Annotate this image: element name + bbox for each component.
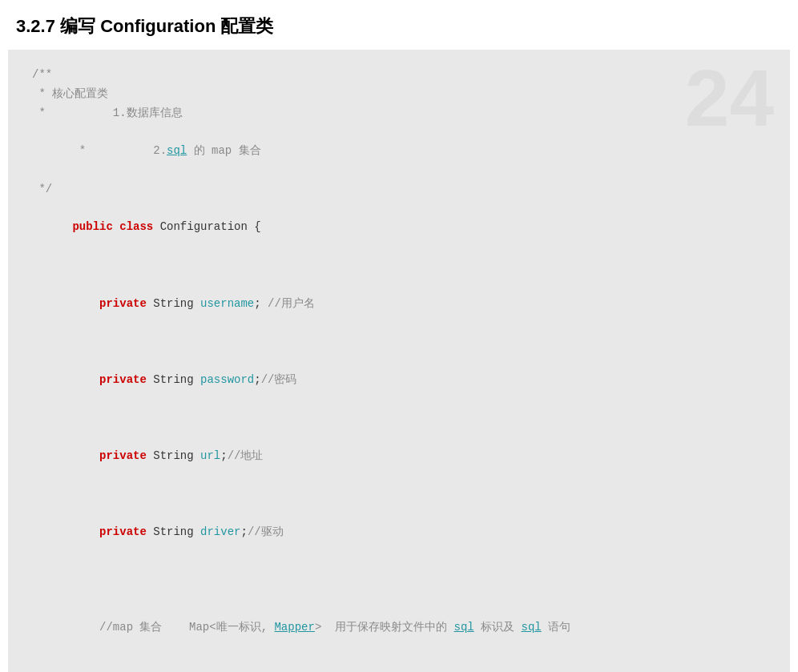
code-line: /** xyxy=(32,66,766,85)
code-line-field-url: private String url;//地址 xyxy=(32,428,766,485)
code-line xyxy=(32,581,766,600)
code-line: * 1.数据库信息 xyxy=(32,104,766,123)
code-line xyxy=(32,332,766,352)
code-line-field-password: private String password;//密码 xyxy=(32,352,766,408)
code-line xyxy=(32,408,766,428)
code-line-field-username: private String username; //用户名 xyxy=(32,276,766,332)
code-line: * 2.sql 的 map 集合 xyxy=(32,123,766,179)
code-line-map-field: private Map<String,Mapper> mappers; xyxy=(32,657,766,672)
code-line xyxy=(32,256,766,276)
code-block: 24 /** * 核心配置类 * 1.数据库信息 * 2.sql 的 map 集… xyxy=(8,50,790,672)
code-line xyxy=(32,485,766,505)
page-container: 3.2.7 编写 Configuration 配置类 24 /** * 核心配置… xyxy=(0,0,798,672)
code-line: * 核心配置类 xyxy=(32,85,766,104)
code-line: */ xyxy=(32,180,766,199)
code-line-field-driver: private String driver;//驱动 xyxy=(32,504,766,561)
code-line xyxy=(32,561,766,581)
page-title: 3.2.7 编写 Configuration 配置类 xyxy=(0,0,798,50)
code-line-map-comment: //map 集合 Map<唯一标识, Mapper> 用于保存映射文件中的 sq… xyxy=(32,599,766,656)
code-line-class: public class Configuration { xyxy=(32,199,766,256)
